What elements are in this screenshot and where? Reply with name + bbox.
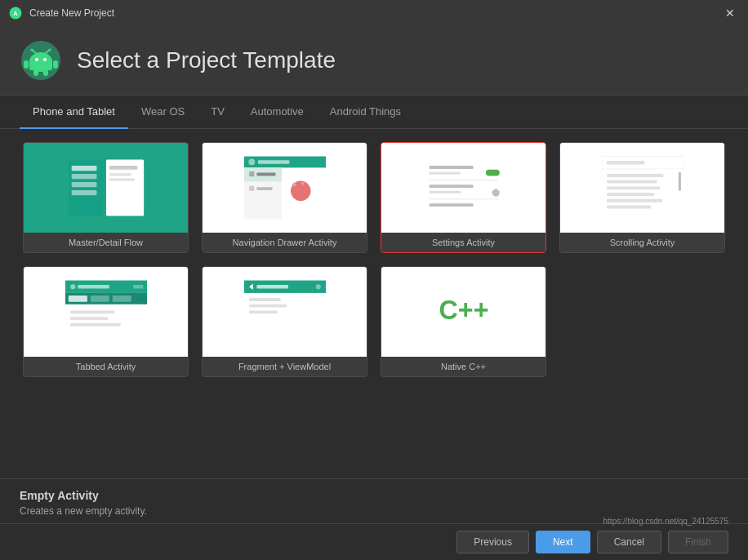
template-preview-tabbed [24,267,188,357]
svg-rect-62 [133,285,143,289]
svg-rect-4 [29,59,52,70]
template-master-detail[interactable]: Master/Detail Flow [23,142,189,253]
page-title: Select a Project Template [77,47,336,73]
svg-point-10 [43,58,47,61]
template-label-master-detail: Master/Detail Flow [24,233,188,252]
app-icon: A [8,6,23,20]
svg-point-45 [492,189,499,197]
svg-rect-44 [429,191,460,193]
svg-rect-56 [607,206,651,209]
svg-rect-54 [607,193,654,196]
template-fragment-viewmodel[interactable]: Fragment + ViewModel [202,266,367,377]
svg-point-60 [70,284,75,289]
svg-rect-40 [429,172,460,175]
svg-rect-17 [71,166,96,171]
svg-rect-65 [90,296,109,302]
svg-point-8 [49,49,51,51]
tab-tv[interactable]: TV [198,96,238,129]
svg-rect-69 [70,323,121,327]
template-preview-native-cpp: C++ [381,267,545,357]
svg-rect-64 [68,296,87,302]
template-settings[interactable]: Settings Activity [381,142,546,253]
svg-rect-24 [109,178,134,180]
svg-rect-13 [33,69,38,76]
cancel-button[interactable]: Cancel [597,531,661,553]
window: A Create New Project ✕ Select [0,0,748,560]
footer: Previous Next Cancel Finish [0,523,748,560]
svg-rect-61 [78,285,109,289]
svg-rect-32 [256,173,275,176]
svg-rect-57 [678,172,680,191]
svg-rect-76 [249,304,287,308]
svg-text:A: A [13,10,18,17]
svg-rect-19 [71,182,96,187]
next-button[interactable]: Next [536,531,590,553]
svg-rect-18 [71,174,96,179]
template-label-fragment-viewmodel: Fragment + ViewModel [203,357,367,376]
svg-rect-23 [109,173,131,176]
svg-rect-47 [429,203,473,207]
template-label-tabbed: Tabbed Activity [24,357,188,376]
svg-rect-14 [43,69,48,76]
svg-rect-39 [429,166,473,169]
template-preview-settings [381,143,545,233]
svg-rect-34 [256,187,272,190]
finish-button[interactable]: Finish [668,531,728,553]
svg-point-36 [292,183,296,187]
svg-rect-51 [607,174,663,177]
svg-rect-67 [70,310,114,313]
template-tabbed[interactable]: Tabbed Activity [23,266,189,377]
svg-rect-12 [53,60,58,69]
template-preview-master-detail [24,143,188,233]
svg-point-74 [315,284,320,289]
svg-rect-53 [607,186,660,189]
svg-rect-52 [607,180,657,184]
template-preview-fragment [203,267,367,357]
selected-template-description: Creates a new empty activity. [20,505,728,517]
template-label-settings: Settings Activity [381,233,545,252]
content-area: Master/Detail Flow [0,129,748,478]
svg-point-6 [31,49,33,51]
tab-android-things[interactable]: Android Things [317,96,414,129]
window-title: Create New Project [29,7,720,19]
template-preview-scrolling [560,143,724,233]
tab-phone-tablet[interactable]: Phone and Tablet [20,96,128,129]
template-nav-drawer[interactable]: Navigation Drawer Activity [202,142,367,253]
svg-rect-28 [257,160,288,164]
svg-rect-77 [249,310,278,313]
svg-rect-33 [249,186,254,191]
svg-point-37 [301,182,304,185]
svg-rect-73 [256,285,287,289]
template-label-nav-drawer: Navigation Drawer Activity [203,233,367,252]
template-label-native-cpp: Native C++ [381,357,545,376]
svg-text:C++: C++ [439,296,488,325]
svg-rect-55 [607,199,662,202]
selected-template-title: Empty Activity [20,489,728,502]
svg-rect-50 [607,161,644,165]
svg-rect-11 [24,60,29,69]
tab-wear-os[interactable]: Wear OS [128,96,198,129]
svg-rect-22 [109,166,137,170]
template-preview-nav-drawer [203,143,367,233]
svg-point-9 [35,58,38,61]
template-scrolling[interactable]: Scrolling Activity [559,142,725,253]
header: Select a Project Template [0,26,748,96]
svg-rect-68 [70,317,108,320]
previous-button[interactable]: Previous [456,531,529,553]
svg-rect-31 [249,171,254,176]
tab-automotive[interactable]: Automotive [238,96,317,129]
titlebar: A Create New Project ✕ [0,0,748,26]
watermark: https://blog.csdn.net/qq_24125575 [603,516,728,527]
svg-point-27 [248,159,255,166]
svg-rect-66 [112,296,131,302]
tabs-bar: Phone and Tablet Wear OS TV Automotive A… [0,96,748,129]
svg-rect-75 [249,298,280,301]
close-button[interactable]: ✕ [720,5,740,21]
svg-rect-20 [71,190,96,195]
templates-grid: Master/Detail Flow [20,139,728,380]
watermark-text: https://blog.csdn.net/qq_24125575 [603,517,728,526]
svg-rect-43 [429,184,473,188]
template-label-scrolling: Scrolling Activity [560,233,724,252]
template-native-cpp[interactable]: C++ Native C++ [381,266,546,377]
svg-rect-41 [485,170,499,176]
